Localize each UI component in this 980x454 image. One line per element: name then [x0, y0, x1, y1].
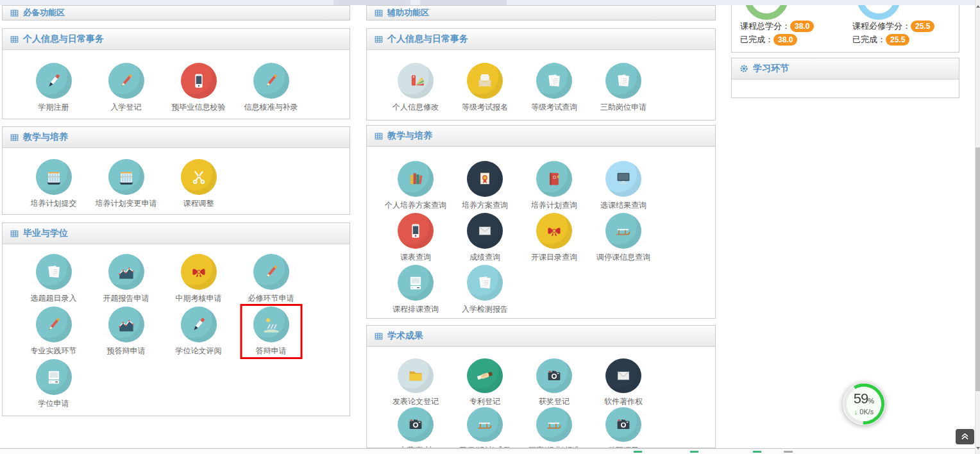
app-item[interactable]: 信息核准与补录: [235, 63, 307, 117]
documents-icon: [36, 254, 72, 290]
envelope-icon: [605, 358, 641, 393]
app-item-label: 培养计划查询: [531, 200, 577, 211]
credits-panel: 课程总学分：38.0 已完成：38.0 课程必修学分：25.5 已完成：25.5: [731, 0, 959, 53]
app-item[interactable]: 课程排课查询: [381, 265, 450, 317]
handshake-icon: [467, 358, 503, 393]
app-item[interactable]: 软件著作权: [589, 358, 658, 407]
app-item[interactable]: 等级考试查询: [520, 63, 589, 117]
app-item[interactable]: 中期考核申请: [162, 254, 235, 307]
required-credits-label: 课程必修学分：: [852, 21, 911, 32]
pen-icon: [181, 307, 217, 342]
app-item[interactable]: 预答辩申请: [90, 307, 162, 359]
scrollbar[interactable]: [975, 0, 980, 454]
panel-left-2: 教学与培养培养计划提交培养计划变更申请课程调整: [2, 126, 350, 215]
app-item-label: 课表查询: [400, 252, 431, 263]
app-item[interactable]: 学位论文评阅: [162, 307, 235, 359]
app-item[interactable]: 专著/教材: [381, 407, 450, 448]
panel-title: 学术成果: [387, 330, 423, 342]
panel-header: 个人信息与日常事务: [3, 29, 350, 50]
app-item[interactable]: 三助岗位申请: [589, 63, 658, 117]
study-panel: 学习环节: [731, 58, 959, 98]
app-item[interactable]: 选课结果查询: [589, 161, 658, 213]
panel-middle-2: 教学与培养个人培养方案查询培养方案查询培养计划查询选课结果查询课表查询成绩查询开…: [366, 125, 716, 319]
pen-icon: [36, 63, 72, 99]
top-strip-tab: [334, 0, 410, 5]
mini-mark: [753, 451, 761, 453]
required-credits-block: 课程必修学分：25.5 已完成：25.5: [852, 20, 934, 47]
app-item-label: 等级考试查询: [531, 102, 577, 113]
monitor-icon: [605, 161, 641, 197]
app-item-label: 课程调整: [183, 198, 214, 209]
app-item[interactable]: 培养方案查询: [450, 161, 520, 213]
top-strip: [0, 0, 980, 5]
app-item-label: 开课目录查询: [531, 252, 577, 263]
bow-icon: [181, 254, 217, 290]
bottom-strip: [0, 448, 980, 454]
app-item-label: 开题报告申请: [103, 293, 149, 304]
download-speed: ↓ 0K/s: [842, 408, 886, 416]
app-item[interactable]: 发表论文登记: [381, 358, 450, 407]
scrollbar-down-arrow[interactable]: [976, 447, 980, 450]
app-item[interactable]: 个人培养方案查询: [381, 161, 450, 213]
panel-title: 个人信息与日常事务: [23, 33, 104, 45]
app-item[interactable]: 开题报告申请: [90, 254, 162, 307]
app-item[interactable]: 等级考试报名: [450, 63, 520, 117]
panel-middle-0: 辅助功能区: [366, 5, 716, 21]
app-item[interactable]: 答辩申请: [235, 307, 307, 359]
folder-icon: [398, 358, 434, 393]
app-item[interactable]: 专利登记: [450, 358, 520, 407]
grid-icon: [375, 132, 383, 140]
app-item[interactable]: 获奖登记: [520, 358, 589, 407]
app-item[interactable]: 课表查询: [381, 213, 450, 265]
app-item[interactable]: 必修环节申请: [235, 254, 307, 307]
download-speed-gauge[interactable]: 59% ↓ 0K/s: [842, 382, 886, 426]
grid-icon: [375, 35, 383, 44]
app-item[interactable]: 入学检测报告: [450, 265, 520, 317]
panel-title: 辅助功能区: [387, 7, 429, 19]
pencil-icon: [36, 307, 72, 342]
app-item[interactable]: 调停课信息查询: [589, 213, 658, 265]
app-item-label: 课程排课查询: [393, 304, 439, 315]
inbox-icon: [467, 63, 503, 99]
scrollbar-thumb[interactable]: [976, 147, 980, 391]
required-done-label: 已完成：: [852, 34, 886, 46]
app-item[interactable]: 成绩查询: [450, 213, 520, 265]
app-item[interactable]: 科研项目: [589, 407, 658, 448]
app-item[interactable]: 国家(行业)标准: [520, 407, 589, 448]
color-fan-icon: [398, 63, 434, 99]
app-item[interactable]: 专业实践环节: [17, 307, 90, 359]
app-item[interactable]: 预毕业信息校验: [162, 63, 235, 117]
computer-icon: [36, 359, 72, 395]
pencil-icon: [253, 254, 289, 290]
total-done-badge: 38.0: [773, 34, 797, 46]
app-item[interactable]: 选题题目录入: [17, 254, 90, 307]
computer-icon: [398, 265, 434, 301]
app-item-label: 信息核准与补录: [244, 102, 298, 113]
app-item[interactable]: 工程(设计)成果: [450, 407, 520, 448]
app-item-label: 培养计划变更申请: [96, 198, 157, 209]
app-item-label: 必修环节申请: [248, 293, 294, 304]
study-panel-header: 学习环节: [732, 58, 959, 80]
mini-mark: [690, 451, 698, 453]
panel-left-0: 必备功能区: [2, 5, 350, 21]
app-item[interactable]: 个人信息修改: [381, 63, 450, 117]
panel-title: 必备功能区: [23, 7, 65, 19]
back-to-top-button[interactable]: [956, 429, 974, 444]
app-item[interactable]: 培养计划查询: [520, 161, 589, 213]
grid-icon: [10, 35, 19, 44]
app-item-label: 中期考核申请: [176, 293, 222, 304]
app-item-label: 三助岗位申请: [600, 102, 646, 113]
documents-icon: [467, 265, 503, 301]
app-item[interactable]: 课程调整: [162, 159, 235, 213]
app-item[interactable]: 培养计划变更申请: [90, 159, 162, 213]
phone-icon: [398, 213, 434, 249]
app-item[interactable]: 学位申请: [17, 359, 90, 412]
app-item[interactable]: 开课目录查询: [520, 213, 589, 265]
app-item[interactable]: 培养计划提交: [17, 159, 90, 213]
panel-header: 个人信息与日常事务: [367, 29, 715, 50]
app-item[interactable]: 入学登记: [90, 63, 162, 117]
panel-title: 毕业与学位: [23, 228, 68, 239]
app-item[interactable]: 学期注册: [17, 63, 90, 117]
app-item-label: 调停课信息查询: [596, 252, 650, 263]
scrollbar-up-arrow[interactable]: [976, 5, 980, 8]
